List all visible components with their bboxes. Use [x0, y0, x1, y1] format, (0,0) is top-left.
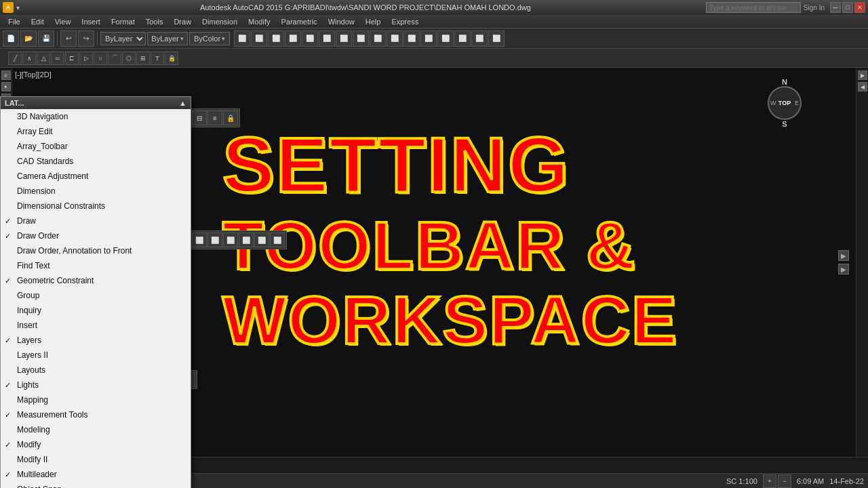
- dropdown-item-modeling[interactable]: Modeling: [1, 422, 191, 437]
- dropdown-item-inquiry[interactable]: Inquiry: [1, 303, 191, 318]
- dropdown-item-find-text[interactable]: Find Text: [1, 258, 191, 273]
- dropdown-item-dimensional-constraints[interactable]: Dimensional Constraints: [1, 199, 191, 214]
- redo-btn[interactable]: ↪: [78, 30, 94, 47]
- dropdown-item-lights[interactable]: Lights: [1, 378, 191, 392]
- draw-lock[interactable]: 🔒: [165, 52, 178, 65]
- ft-3d12[interactable]: ⬜: [270, 232, 285, 247]
- view-btn8[interactable]: ⬜: [353, 30, 369, 47]
- zoom-arrow-up[interactable]: ▶: [838, 250, 849, 261]
- draw-tool1[interactable]: ╱: [8, 52, 22, 65]
- draw-tool8[interactable]: ⌒: [108, 52, 121, 65]
- dropdown-item-layouts[interactable]: Layouts: [1, 363, 191, 378]
- ft-table[interactable]: ⊟: [192, 110, 207, 125]
- layer-select[interactable]: ByLayer: [100, 32, 146, 45]
- view-btn12[interactable]: ⬜: [420, 30, 437, 47]
- view-btn4[interactable]: ⬜: [285, 30, 301, 47]
- dropdown-close-icon[interactable]: ▲: [179, 99, 186, 107]
- draw-tool2[interactable]: ∧: [22, 52, 36, 65]
- menu-draw[interactable]: Draw: [168, 16, 197, 27]
- user-label[interactable]: Sign In: [804, 4, 825, 12]
- draw-tool5[interactable]: ⊏: [65, 52, 79, 65]
- draw-tool10[interactable]: ⊞: [136, 52, 150, 65]
- draw-tool6[interactable]: ▷: [79, 52, 93, 65]
- menu-file[interactable]: File: [3, 16, 26, 27]
- ft-3d7[interactable]: ⬜: [192, 232, 207, 247]
- ft-3d8[interactable]: ⬜: [208, 232, 222, 247]
- draw-tool9[interactable]: ⬡: [122, 52, 136, 65]
- app-menu-btn[interactable]: ▾: [16, 4, 20, 12]
- view-btn10[interactable]: ⬜: [387, 30, 403, 47]
- menu-edit[interactable]: Edit: [26, 16, 50, 27]
- ft-multiline[interactable]: ≡: [208, 110, 222, 125]
- ft-3d10[interactable]: ⬜: [239, 232, 254, 247]
- sidebar-btn2[interactable]: ✦: [1, 82, 11, 92]
- view-btn7[interactable]: ⬜: [336, 30, 352, 47]
- dropdown-item-camera-adjustment[interactable]: Camera Adjustment: [1, 169, 191, 184]
- dropdown-item-object-snap[interactable]: Object Snap: [1, 482, 191, 488]
- maximize-btn[interactable]: □: [842, 2, 853, 13]
- menu-format[interactable]: Format: [106, 16, 140, 27]
- dropdown-item-cad-standards[interactable]: CAD Standards: [1, 154, 191, 169]
- close-btn[interactable]: ✕: [854, 2, 865, 13]
- dropdown-item-array-toolbar[interactable]: Array_Toolbar: [1, 139, 191, 154]
- dropdown-item-insert[interactable]: Insert: [1, 318, 191, 333]
- dropdown-item-measurement-tools[interactable]: Measurement Tools: [1, 407, 191, 422]
- dropdown-item-multileader[interactable]: Multileader: [1, 467, 191, 482]
- new-btn[interactable]: 📄: [3, 30, 19, 47]
- draw-tool3[interactable]: △: [37, 52, 50, 65]
- menu-view[interactable]: View: [50, 16, 77, 27]
- ft-lock2[interactable]: 🔒: [223, 110, 238, 125]
- draw-tool11[interactable]: T: [151, 52, 164, 65]
- dropdown-item-modify[interactable]: Modify: [1, 437, 191, 452]
- dropdown-item-3d-navigation[interactable]: 3D Navigation: [1, 109, 191, 124]
- dropdown-item-layers-ii[interactable]: Layers II: [1, 348, 191, 363]
- save-btn[interactable]: 💾: [38, 30, 54, 47]
- sidebar-btn1[interactable]: ≡: [1, 70, 11, 80]
- search-input[interactable]: [706, 2, 801, 13]
- dropdown-item-group[interactable]: Group: [1, 288, 191, 303]
- view-btn5[interactable]: ⬜: [302, 30, 318, 47]
- dropdown-item-draw-order-annotation[interactable]: Draw Order, Annotation to Front: [1, 243, 191, 258]
- color-dropdown[interactable]: ByColor ▾: [189, 32, 230, 45]
- view-btn3[interactable]: ⬜: [268, 30, 284, 47]
- view-btn1[interactable]: ⬜: [234, 30, 250, 47]
- view-btn15[interactable]: ⬜: [471, 30, 488, 47]
- dropdown-item-dimension[interactable]: Dimension: [1, 184, 191, 199]
- dropdown-item-draw-order[interactable]: Draw Order: [1, 228, 191, 243]
- menu-window[interactable]: Window: [323, 16, 360, 27]
- menu-modify[interactable]: Modify: [243, 16, 275, 27]
- dropdown-item-array-edit[interactable]: Array Edit: [1, 124, 191, 139]
- layer-dropdown[interactable]: ByLayer ▾: [147, 32, 188, 45]
- zoom-arrow-down[interactable]: ▶: [838, 264, 849, 274]
- right-btn1[interactable]: ▶: [858, 70, 867, 80]
- undo-btn[interactable]: ↩: [60, 30, 77, 47]
- view-btn9[interactable]: ⬜: [370, 30, 386, 47]
- dropdown-item-draw[interactable]: Draw: [1, 214, 191, 228]
- menu-help[interactable]: Help: [360, 16, 387, 27]
- zoom-out-btn[interactable]: −: [778, 474, 791, 488]
- dropdown-item-layers[interactable]: Layers: [1, 333, 191, 348]
- ft-3d9[interactable]: ⬜: [223, 232, 238, 247]
- ft-3d11[interactable]: ⬜: [254, 232, 269, 247]
- menu-insert[interactable]: Insert: [76, 16, 106, 27]
- open-btn[interactable]: 📂: [20, 30, 37, 47]
- minimize-btn[interactable]: ─: [830, 2, 841, 13]
- view-btn11[interactable]: ⬜: [403, 30, 420, 47]
- draw-tool4[interactable]: ═: [51, 52, 64, 65]
- view-btn14[interactable]: ⬜: [454, 30, 471, 47]
- view-btn6[interactable]: ⬜: [319, 30, 335, 47]
- dropdown-header[interactable]: LAT... ▲: [1, 97, 191, 109]
- menu-parametric[interactable]: Parametric: [275, 16, 322, 27]
- view-btn13[interactable]: ⬜: [437, 30, 454, 47]
- view-btn2[interactable]: ⬜: [251, 30, 267, 47]
- draw-tool7[interactable]: ○: [94, 52, 107, 65]
- zoom-in-btn[interactable]: +: [763, 474, 776, 488]
- menu-dimension[interactable]: Dimension: [197, 16, 243, 27]
- menu-express[interactable]: Express: [386, 16, 424, 27]
- menu-tools[interactable]: Tools: [140, 16, 169, 27]
- view-btn16[interactable]: ⬜: [488, 30, 505, 47]
- right-btn2[interactable]: ◀: [858, 82, 867, 92]
- dropdown-item-geometric-constraint[interactable]: Geometric Constraint: [1, 273, 191, 288]
- dropdown-item-mapping[interactable]: Mapping: [1, 392, 191, 407]
- dropdown-item-modify-ii[interactable]: Modify II: [1, 452, 191, 467]
